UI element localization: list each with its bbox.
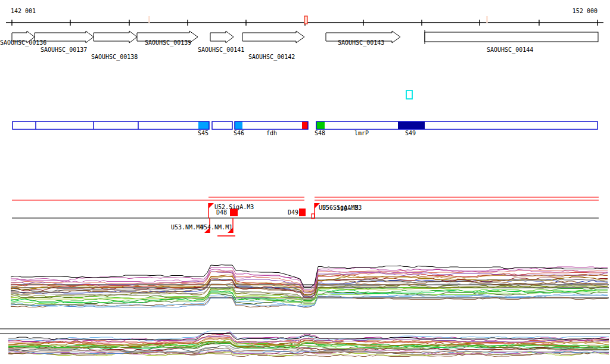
gene-label: SAOUHSC_00139 bbox=[145, 40, 191, 46]
feature-label: D49 bbox=[288, 210, 298, 216]
segment-fill-3-1[interactable] bbox=[398, 122, 425, 129]
gene-label: SAOUHSC_00141 bbox=[198, 47, 244, 53]
segment-fill-3-0[interactable] bbox=[316, 122, 325, 129]
segment-box-1[interactable] bbox=[212, 122, 232, 129]
segment-label-fdh: fdh bbox=[266, 130, 277, 136]
segment-fill-2-0[interactable] bbox=[235, 122, 242, 129]
segment-label-lmrP: lmrP bbox=[354, 130, 369, 136]
genome-browser-view: 142 001 152 000 SAOUHSC_00136SAOUHSC_001… bbox=[0, 0, 610, 364]
gene-box-SAOUHSC_00144[interactable] bbox=[425, 32, 598, 42]
selection-highlight-box[interactable] bbox=[406, 91, 412, 99]
gene-label: SAOUHSC_00138 bbox=[91, 54, 138, 60]
gene-label: SAOUHSC_00136 bbox=[0, 40, 46, 46]
gene-label: SAOUHSC_00137 bbox=[41, 47, 87, 53]
segment-label-S48: S48 bbox=[315, 130, 325, 136]
gene-label: SAOUHSC_00143 bbox=[338, 40, 384, 46]
gene-label: SAOUHSC_00144 bbox=[487, 47, 533, 53]
segment-label-S46: S46 bbox=[234, 130, 244, 136]
ruler-cursor-marker[interactable] bbox=[304, 16, 307, 24]
feature-label: U54.NM.M1 bbox=[200, 225, 232, 231]
segment-label-S49: S49 bbox=[405, 130, 416, 136]
gene-arrow-SAOUHSC_00141[interactable] bbox=[210, 31, 234, 43]
feature-label: U53.NM.M4 bbox=[171, 225, 203, 231]
ruler-faint-mark-1 bbox=[486, 16, 488, 23]
segment-box-2[interactable] bbox=[235, 122, 308, 129]
gene-arrow-SAOUHSC_00142[interactable] bbox=[242, 31, 304, 43]
segment-fill-0-0[interactable] bbox=[198, 122, 209, 129]
gene-arrow-SAOUHSC_00138[interactable] bbox=[94, 31, 137, 43]
ruler-faint-mark-0 bbox=[148, 16, 150, 23]
feature-label: D48 bbox=[216, 210, 227, 216]
segment-label-S45: S45 bbox=[198, 130, 208, 136]
segment-box-0[interactable] bbox=[13, 122, 209, 129]
up-flag-icon-0[interactable] bbox=[208, 203, 214, 209]
segment-box-3[interactable] bbox=[316, 122, 597, 129]
gene-label: SAOUHSC_00142 bbox=[248, 54, 295, 60]
feature-label: U56.SigA.M3 bbox=[322, 205, 362, 211]
segment-fill-2-1[interactable] bbox=[302, 122, 308, 129]
feature-square-1[interactable] bbox=[299, 209, 306, 216]
